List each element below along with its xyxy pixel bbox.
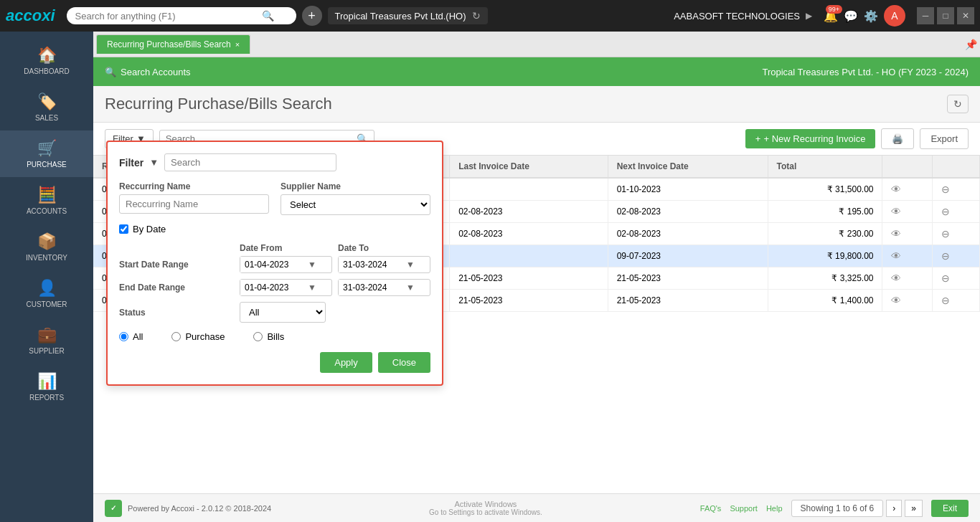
radio-bills-input[interactable] [253,332,263,341]
start-date-from-input[interactable]: ▼ [240,256,332,273]
sidebar-item-sales[interactable]: 🏷️ SALES ▶ [0,84,93,130]
end-date-label: End Date Range [119,283,234,293]
global-search-bar[interactable]: 🔍 [67,7,296,24]
view-icon-2[interactable]: 👁 [891,228,901,239]
cell-view-5[interactable]: 👁 [882,290,933,312]
recurring-name-input[interactable] [119,194,269,214]
sidebar-item-inventory[interactable]: 📦 INVENTORY ▶ [0,224,93,270]
search-accounts-btn[interactable]: 🔍 Search Accounts [105,67,191,77]
search-accounts-label: Search Accounts [121,67,191,77]
cell-view-1[interactable]: 👁 [882,201,933,223]
tab-close-icon[interactable]: × [235,40,240,49]
cell-total-1: ₹ 195.00 [768,201,882,223]
refresh-company-icon[interactable]: ↻ [472,10,481,22]
cell-view-0[interactable]: 👁 [882,178,933,201]
expand-org-icon[interactable]: ▶ [806,11,812,21]
exit-button[interactable]: Exit [931,500,969,517]
filter-header: Filter ▼ [119,153,430,171]
cell-total-5: ₹ 1,400.00 [768,290,882,312]
sidebar-item-dashboard[interactable]: 🏠 DASHBOARD [0,37,93,84]
radio-purchase-input[interactable] [171,332,181,341]
radio-all-label: All [133,331,143,342]
maximize-button[interactable]: □ [937,7,954,24]
sidebar-item-accounts[interactable]: 🧮 ACCOUNTS ▶ [0,177,93,224]
global-search-input[interactable] [75,11,262,22]
cell-total-2: ₹ 230.00 [768,223,882,245]
radio-all-input[interactable] [119,332,128,341]
end-date-to-input[interactable]: ▼ [338,279,430,296]
filter-arrow: ▼ [149,157,159,168]
cell-action-1[interactable]: ⊖ [933,201,980,223]
sidebar-label-3: ACCOUNTS [27,207,67,215]
apply-button[interactable]: Apply [320,352,372,373]
view-icon-4[interactable]: 👁 [891,272,901,284]
calendar-icon-2[interactable]: ▼ [403,260,418,270]
tab-bar: Recurring Purchase/Bills Search × 📌 [93,32,980,57]
notification-badge: 99+ [826,5,842,14]
start-date-to-input[interactable]: ▼ [338,256,430,273]
by-date-checkbox[interactable] [119,224,128,234]
close-filter-button[interactable]: Close [378,352,430,373]
cell-last-invoice-2: 02-08-2023 [450,223,608,245]
action-icon-2[interactable]: ⊖ [941,228,950,239]
sidebar-item-reports[interactable]: 📊 REPORTS [0,364,93,410]
notifications-button[interactable]: 🔔99+ [824,9,838,23]
cell-action-0[interactable]: ⊖ [933,178,980,201]
cell-action-2[interactable]: ⊖ [933,223,980,245]
view-icon-5[interactable]: 👁 [891,295,901,306]
action-icon-4[interactable]: ⊖ [941,272,950,284]
filter-search-input[interactable] [164,153,336,171]
support-link[interactable]: Support [730,504,758,513]
next-page-button[interactable]: › [886,500,902,517]
view-icon-1[interactable]: 👁 [891,206,901,217]
sidebar-item-customer[interactable]: 👤 CUSTOMER [0,270,93,317]
tab-pin-icon[interactable]: 📌 [965,39,977,50]
action-icon-1[interactable]: ⊖ [941,206,950,217]
minimize-button[interactable]: ─ [917,7,934,24]
action-icon-5[interactable]: ⊖ [941,295,950,306]
sidebar-item-purchase[interactable]: 🛒 PURCHASE ▶ [0,130,93,177]
print-button[interactable]: 🖨️ [881,128,914,149]
new-recurring-invoice-button[interactable]: + + New Recurring Invoice [745,129,876,148]
calendar-icon-1[interactable]: ▼ [305,260,319,270]
add-button[interactable]: + [302,6,322,26]
user-avatar[interactable]: A [884,5,905,27]
radio-all[interactable]: All [119,331,143,342]
close-button[interactable]: ✕ [957,7,974,24]
sidebar-item-supplier[interactable]: 💼 SUPPLIER [0,317,93,364]
end-date-from-field[interactable] [240,280,305,295]
cell-view-2[interactable]: 👁 [882,223,933,245]
cell-action-3[interactable]: ⊖ [933,245,980,267]
top-nav: accoxi 🔍 + Tropical Treasures Pvt Ltd.(H… [0,0,980,32]
radio-purchase[interactable]: Purchase [171,331,225,342]
help-link[interactable]: Help [766,504,783,513]
company-selector[interactable]: Tropical Treasures Pvt Ltd.(HO) ↻ [328,7,488,24]
last-page-button[interactable]: » [905,500,923,517]
view-icon-3[interactable]: 👁 [891,250,901,262]
powered-logo: ✓ [105,500,122,517]
action-icon-3[interactable]: ⊖ [941,250,950,262]
supplier-name-select[interactable]: Select [281,194,430,215]
end-date-row: End Date Range ▼ ▼ [119,279,430,296]
cell-action-5[interactable]: ⊖ [933,290,980,312]
cell-action-4[interactable]: ⊖ [933,267,980,290]
start-date-from-field[interactable] [240,257,305,272]
tab-label: Recurring Purchase/Bills Search [107,39,231,49]
start-date-to-field[interactable] [339,257,403,272]
end-date-to-field[interactable] [339,280,403,295]
calendar-icon-3[interactable]: ▼ [305,283,319,293]
radio-bills[interactable]: Bills [253,331,284,342]
cell-view-4[interactable]: 👁 [882,267,933,290]
faqs-link[interactable]: FAQ's [700,504,722,513]
export-button[interactable]: Export [920,128,969,149]
view-icon-0[interactable]: 👁 [891,184,901,195]
calendar-icon-4[interactable]: ▼ [403,283,418,293]
refresh-page-button[interactable]: ↻ [947,95,969,113]
settings-button[interactable]: ⚙️ [864,9,878,23]
status-select[interactable]: All Active Inactive [240,302,326,323]
tab-recurring-purchase[interactable]: Recurring Purchase/Bills Search × [96,34,250,54]
cell-view-3[interactable]: 👁 [882,245,933,267]
action-icon-0[interactable]: ⊖ [941,184,950,195]
messages-button[interactable]: 💬 [844,9,858,23]
end-date-from-input[interactable]: ▼ [240,279,332,296]
